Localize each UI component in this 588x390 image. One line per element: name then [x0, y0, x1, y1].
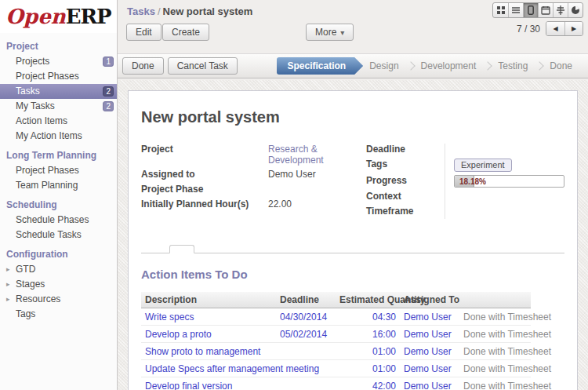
sidebar-item[interactable]: Projects 1: [0, 54, 117, 69]
create-button[interactable]: Create: [162, 24, 209, 41]
cell-estimated-quantity[interactable]: 16:00: [336, 326, 400, 343]
expand-arrow-icon: ▸: [6, 264, 10, 274]
openerp-logo[interactable]: OpenERP: [0, 0, 117, 33]
column-header-assigned-to[interactable]: Assigned To: [400, 292, 459, 308]
sidebar-item[interactable]: Project Phases: [0, 163, 117, 178]
table-row[interactable]: Develop final version 42:00 Demo User Do…: [141, 377, 531, 390]
tag-chip[interactable]: Experiment: [454, 159, 512, 172]
notebook-tab[interactable]: [220, 245, 245, 253]
cell-stage-status[interactable]: Done with Timesheet: [459, 326, 531, 343]
gantt-view-button[interactable]: [553, 3, 568, 17]
column-header-deadline[interactable]: Deadline: [276, 292, 336, 308]
expand-arrow-icon: ▸: [6, 294, 10, 304]
cell-deadline[interactable]: [276, 377, 336, 390]
field-group-right: Deadline Tags Experiment: [366, 144, 564, 221]
field-groups: Project Research & Development Assigned …: [141, 144, 564, 221]
graph-view-button[interactable]: [568, 3, 583, 17]
pager-previous-button[interactable]: ◀: [546, 22, 564, 35]
sidebar-item[interactable]: Schedule Phases: [0, 213, 117, 228]
field-row: Progress 18.18%: [366, 175, 564, 188]
sidebar-item-label: My Action Items: [16, 130, 82, 141]
cell-stage-status[interactable]: Done with Timesheet: [459, 343, 531, 360]
field-value[interactable]: Demo User: [268, 169, 366, 180]
cell-deadline[interactable]: 05/02/2014: [276, 326, 336, 343]
more-button[interactable]: More▾: [306, 24, 354, 41]
notebook-tab[interactable]: [144, 245, 169, 253]
cell-assigned-to[interactable]: Demo User: [400, 308, 459, 326]
column-header-stage[interactable]: [459, 292, 531, 308]
cell-description[interactable]: Write specs: [141, 308, 276, 326]
cell-assigned-to[interactable]: Demo User: [400, 360, 459, 377]
cell-assigned-to[interactable]: Demo User: [400, 343, 459, 360]
stage-step[interactable]: Design: [363, 57, 409, 75]
edit-button[interactable]: Edit: [126, 24, 162, 41]
stage-step[interactable]: Testing: [487, 57, 539, 75]
notebook-tab[interactable]: [169, 245, 194, 253]
cell-stage-status[interactable]: Done with Timesheet: [459, 308, 531, 326]
cell-deadline[interactable]: [276, 343, 336, 360]
cancel-task-button[interactable]: Cancel Task: [168, 57, 238, 75]
cell-description[interactable]: Show proto to management: [141, 343, 276, 360]
field-value: 18.18%: [445, 175, 564, 188]
cell-stage-status[interactable]: Done with Timesheet: [459, 377, 531, 390]
kanban-view-button[interactable]: [493, 3, 508, 17]
view-switcher-area: 7 / 30 ◀ ▶: [492, 2, 583, 36]
cell-description[interactable]: Develop final version: [141, 377, 276, 390]
sidebar-item[interactable]: Project Phases: [0, 69, 117, 84]
cell-estimated-quantity[interactable]: 42:00: [336, 377, 400, 390]
sidebar-item[interactable]: ▸ GTD: [0, 262, 117, 277]
cell-assigned-to[interactable]: Demo User: [400, 377, 459, 390]
sidebar-item-label: Scheduling: [6, 199, 57, 210]
progress-value: 18.18%: [459, 177, 486, 186]
notebook-tab[interactable]: [194, 245, 220, 253]
sidebar-item-label: Action Items: [16, 115, 67, 126]
sidebar-item[interactable]: My Action Items: [0, 129, 117, 144]
table-row[interactable]: Write specs 04/30/2014 04:30 Demo User D…: [141, 308, 531, 326]
table-row[interactable]: Update Specs after management meeting 01…: [141, 360, 531, 377]
expand-arrow-icon: ▸: [6, 279, 10, 289]
stage-step[interactable]: Development: [410, 57, 488, 75]
cell-description[interactable]: Update Specs after management meeting: [141, 360, 276, 377]
cell-estimated-quantity[interactable]: 04:30: [336, 308, 400, 326]
chevron-down-icon: ▾: [336, 28, 344, 37]
cell-estimated-quantity[interactable]: 01:00: [336, 360, 400, 377]
sidebar-item[interactable]: Tasks 2: [0, 84, 117, 99]
cell-stage-status[interactable]: Done with Timesheet: [459, 360, 531, 377]
sidebar-item[interactable]: My Tasks 2: [0, 99, 117, 114]
sidebar-item[interactable]: ▸ Stages: [0, 277, 117, 292]
sidebar-item[interactable]: Team Planning: [0, 178, 117, 193]
breadcrumb-tasks-link[interactable]: Tasks: [127, 5, 155, 17]
pager-next-button[interactable]: ▶: [564, 22, 583, 35]
calendar-view-button[interactable]: [538, 3, 553, 17]
sidebar-item[interactable]: ▸ Resources: [0, 292, 117, 307]
field-value[interactable]: [268, 184, 366, 195]
list-view-button[interactable]: [508, 3, 523, 17]
form-view-button[interactable]: [523, 3, 538, 17]
field-value: [445, 191, 564, 202]
field-value: [445, 144, 564, 155]
sidebar-item[interactable]: Schedule Tasks: [0, 228, 117, 242]
field-value[interactable]: 22.00: [268, 199, 366, 210]
column-header-description[interactable]: Description: [141, 292, 276, 308]
sidebar-item-label: GTD: [16, 264, 35, 275]
table-row[interactable]: Develop a proto 05/02/2014 16:00 Demo Us…: [141, 326, 531, 343]
field-row: Initially Planned Hour(s) 22.00: [141, 199, 366, 210]
stage-step[interactable]: Done: [539, 57, 583, 75]
sidebar-item-label: Projects: [16, 56, 49, 67]
cell-description[interactable]: Develop a proto: [141, 326, 276, 343]
cell-assigned-to[interactable]: Demo User: [400, 326, 459, 343]
cell-deadline[interactable]: 04/30/2014: [276, 308, 336, 326]
done-button[interactable]: Done: [122, 57, 164, 75]
stage-step[interactable]: Specification: [277, 57, 364, 75]
sidebar-item[interactable]: Action Items: [0, 114, 117, 129]
cell-estimated-quantity[interactable]: 01:00: [336, 343, 400, 360]
stage-label: Design: [369, 60, 398, 71]
form-background: New portal system Project Research & Dev…: [118, 80, 588, 390]
sidebar-item[interactable]: Tags: [0, 307, 117, 322]
progress-bar[interactable]: 18.18%: [454, 175, 564, 188]
field-value[interactable]: Research & Development: [268, 144, 366, 166]
field-label: Context: [366, 191, 445, 202]
field-row: Tags Experiment: [366, 159, 564, 172]
table-row[interactable]: Show proto to management 01:00 Demo User…: [141, 343, 531, 360]
column-header-estimated-quantity[interactable]: Estimated Quantity: [336, 292, 400, 308]
